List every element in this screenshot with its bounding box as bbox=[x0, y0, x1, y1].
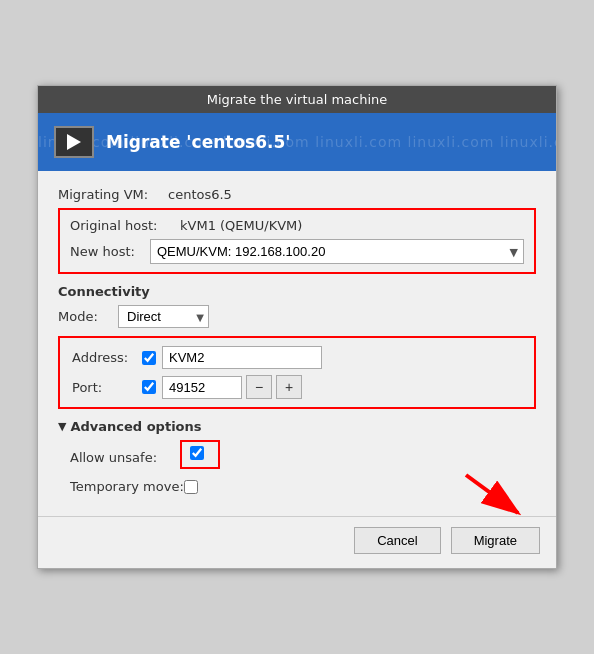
title-text: Migrate the virtual machine bbox=[207, 92, 388, 107]
allow-unsafe-row: Allow unsafe: bbox=[70, 440, 536, 475]
dialog: Migrate the virtual machine linuxli.com … bbox=[37, 85, 557, 569]
new-host-select-wrapper: QEMU/KVM: 192.168.100.20 ▼ bbox=[150, 239, 524, 264]
address-label: Address: bbox=[72, 350, 142, 365]
port-row: Port: − + bbox=[72, 375, 522, 399]
toggle-arrow-icon: ▼ bbox=[58, 420, 66, 433]
address-checkbox[interactable] bbox=[142, 351, 156, 365]
header-title: Migrate 'centos6.5' bbox=[106, 132, 291, 152]
mode-row: Mode: Direct Tunnelled ▼ bbox=[58, 305, 536, 328]
new-host-select[interactable]: QEMU/KVM: 192.168.100.20 bbox=[150, 239, 524, 264]
addr-port-box: Address: Port: − + bbox=[58, 336, 536, 409]
allow-unsafe-box bbox=[180, 440, 220, 469]
port-checkbox[interactable] bbox=[142, 380, 156, 394]
header-band: linuxli.com linuxli.com linuxli.com linu… bbox=[38, 113, 556, 171]
advanced-section: ▼ Advanced options Allow unsafe: Tempora… bbox=[58, 419, 536, 494]
title-bar: Migrate the virtual machine bbox=[38, 86, 556, 113]
advanced-toggle[interactable]: ▼ Advanced options bbox=[58, 419, 536, 434]
cancel-button[interactable]: Cancel bbox=[354, 527, 440, 554]
migrating-vm-label: Migrating VM: bbox=[58, 187, 168, 202]
original-host-value: kVM1 (QEMU/KVM) bbox=[180, 218, 302, 233]
content: Migrating VM: centos6.5 Original host: k… bbox=[38, 171, 556, 516]
port-label: Port: bbox=[72, 380, 142, 395]
play-icon bbox=[67, 134, 81, 150]
port-input[interactable] bbox=[162, 376, 242, 399]
allow-unsafe-label: Allow unsafe: bbox=[70, 450, 180, 465]
advanced-content: Allow unsafe: Temporary move: bbox=[58, 440, 536, 494]
migrating-vm-row: Migrating VM: centos6.5 bbox=[58, 187, 536, 202]
migrating-vm-value: centos6.5 bbox=[168, 187, 232, 202]
buttons-row: Cancel Migrate bbox=[38, 516, 556, 568]
new-host-label: New host: bbox=[70, 244, 150, 259]
host-box: Original host: kVM1 (QEMU/KVM) New host:… bbox=[58, 208, 536, 274]
address-input[interactable] bbox=[162, 346, 322, 369]
port-minus-button[interactable]: − bbox=[246, 375, 272, 399]
mode-select-wrapper: Direct Tunnelled ▼ bbox=[118, 305, 209, 328]
connectivity-title: Connectivity bbox=[58, 284, 536, 299]
advanced-title: Advanced options bbox=[70, 419, 201, 434]
mode-label: Mode: bbox=[58, 309, 118, 324]
new-host-row: New host: QEMU/KVM: 192.168.100.20 ▼ bbox=[70, 239, 524, 264]
temporary-move-label: Temporary move: bbox=[70, 479, 184, 494]
address-row: Address: bbox=[72, 346, 522, 369]
original-host-label: Original host: bbox=[70, 218, 180, 233]
original-host-row: Original host: kVM1 (QEMU/KVM) bbox=[70, 218, 524, 233]
migrate-button[interactable]: Migrate bbox=[451, 527, 540, 554]
port-plus-button[interactable]: + bbox=[276, 375, 302, 399]
temporary-move-checkbox[interactable] bbox=[184, 480, 198, 494]
mode-select[interactable]: Direct Tunnelled bbox=[118, 305, 209, 328]
allow-unsafe-checkbox[interactable] bbox=[190, 446, 204, 460]
vm-icon bbox=[54, 126, 94, 158]
temporary-move-row: Temporary move: bbox=[70, 479, 536, 494]
